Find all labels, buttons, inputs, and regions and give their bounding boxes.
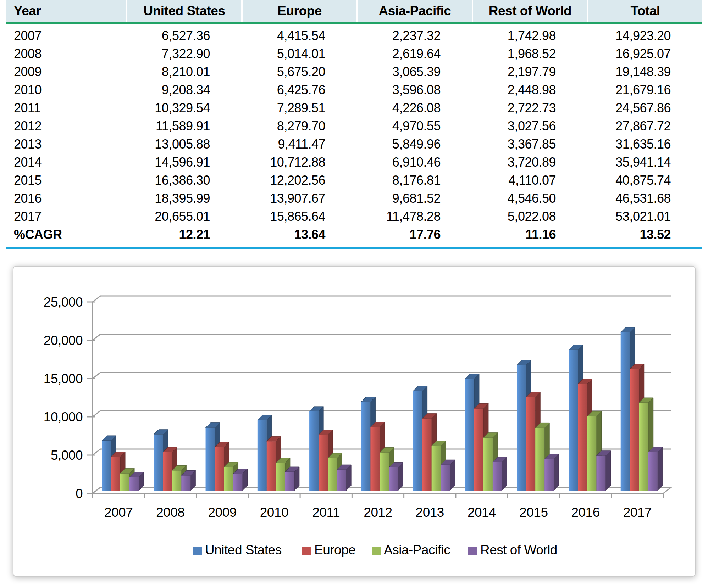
- value-cell: 14,596.91: [126, 153, 241, 171]
- bar-front: [120, 474, 129, 491]
- bar-front: [465, 379, 474, 491]
- value-cell: 13.52: [587, 225, 702, 243]
- value-cell: 6,910.46: [356, 153, 472, 171]
- gridline-connector: [93, 449, 100, 455]
- legend-swatch: [372, 547, 381, 555]
- bar-front: [370, 427, 380, 491]
- legend: United StatesEuropeAsia-PacificRest of W…: [193, 543, 557, 557]
- bar-front: [102, 441, 111, 491]
- bar-side: [554, 454, 559, 491]
- value-cell: 11,478.28: [356, 207, 472, 225]
- y-axis: 05,00010,00015,00020,00025,000: [44, 295, 95, 501]
- x-axis-label: 2015: [519, 505, 548, 520]
- bar-front: [544, 459, 554, 491]
- bar-front: [389, 467, 398, 491]
- x-axis-label: 2010: [260, 505, 288, 520]
- bar: [181, 470, 195, 491]
- value-cell: 53,021.01: [587, 207, 702, 225]
- x-axis-label: 2017: [623, 505, 652, 520]
- column-header-total: Total: [587, 0, 702, 22]
- table-row: 201516,386.3012,202.568,176.814,110.0740…: [6, 171, 702, 189]
- bar-front: [154, 435, 163, 491]
- bar: [285, 467, 299, 491]
- gridline-connector: [93, 334, 100, 340]
- value-cell: 14,923.20: [587, 27, 702, 45]
- table-row: 201414,596.9110,712.886,910.463,720.8935…: [6, 153, 702, 171]
- bar: [129, 472, 144, 491]
- y-tick-label: 20,000: [44, 333, 83, 348]
- value-cell: 4,415.54: [241, 27, 356, 45]
- bar-front: [328, 458, 337, 491]
- legend-swatch: [302, 547, 311, 555]
- gridline-connector: [93, 296, 100, 302]
- bar-front: [129, 477, 139, 491]
- value-cell: 2,722.73: [472, 99, 587, 117]
- value-cell: 12.21: [126, 225, 241, 243]
- year-cell: 2009: [6, 63, 126, 81]
- value-cell: 13,005.88: [126, 135, 241, 153]
- bar-front: [267, 441, 276, 491]
- y-tick-label: 0: [76, 486, 83, 501]
- value-cell: 13,907.67: [241, 189, 356, 207]
- bar-front: [206, 428, 215, 491]
- value-cell: 10,712.88: [241, 153, 356, 171]
- value-cell: 17.76: [356, 225, 472, 243]
- bar-front: [361, 402, 370, 491]
- bar-front: [587, 416, 596, 491]
- x-axis-label: 2014: [468, 505, 496, 520]
- value-cell: 5,014.01: [241, 45, 356, 63]
- value-cell: 31,635.16: [587, 135, 702, 153]
- bar-front: [578, 384, 587, 491]
- bar: [389, 463, 403, 491]
- column-header-rest-of-world: Rest of World: [472, 0, 587, 22]
- value-cell: 8,176.81: [356, 171, 472, 189]
- gridline-connector: [93, 411, 100, 417]
- value-cell: 16,925.07: [587, 45, 702, 63]
- y-tick-label: 25,000: [44, 295, 83, 309]
- value-cell: 3,720.89: [472, 153, 587, 171]
- value-cell: 5,675.20: [241, 63, 356, 81]
- year-cell: 2013: [6, 135, 126, 153]
- year-cell: 2017: [6, 207, 126, 225]
- value-cell: 27,867.72: [587, 117, 702, 135]
- year-cell: 2015: [6, 171, 126, 189]
- table-body: 20076,527.364,415.542,237.321,742.9814,9…: [6, 24, 702, 249]
- value-cell: 15,865.64: [241, 207, 356, 225]
- bar-front: [413, 391, 422, 491]
- bar-front: [380, 453, 389, 491]
- value-cell: 24,567.86: [587, 99, 702, 117]
- table-row: 20109,208.346,425.763,596.082,448.9821,6…: [6, 81, 702, 99]
- bar-front: [432, 446, 441, 491]
- value-cell: 3,065.39: [356, 63, 472, 81]
- value-cell: 3,367.85: [472, 135, 587, 153]
- bar-front: [630, 369, 639, 491]
- bar-front: [621, 332, 630, 491]
- table-row: 201211,589.918,279.704,970.553,027.5627,…: [6, 117, 702, 135]
- value-cell: 9,411.47: [241, 135, 356, 153]
- bar-front: [181, 475, 190, 491]
- chart-card: 05,00010,00015,00020,00025,0002007200820…: [13, 266, 696, 577]
- bar: [493, 457, 507, 491]
- year-cell: 2008: [6, 45, 126, 63]
- y-tick-label: 10,000: [44, 410, 83, 424]
- bar-side: [605, 451, 610, 491]
- x-axis-labels: 2007200820092010201120122013201420152016…: [104, 505, 652, 520]
- legend-label: Asia-Pacific: [384, 543, 450, 557]
- legend-swatch: [193, 547, 202, 555]
- table-row-cagr: %CAGR12.2113.6417.7611.1613.52: [6, 225, 702, 243]
- bar-front: [224, 467, 233, 491]
- bar: [544, 454, 559, 491]
- value-cell: 11,589.91: [126, 117, 241, 135]
- page: Year United States Europe Asia-Pacific R…: [0, 0, 708, 588]
- value-cell: 7,289.51: [241, 99, 356, 117]
- legend-label: Rest of World: [480, 543, 557, 557]
- bar-front: [215, 447, 224, 491]
- bar-front: [441, 465, 450, 491]
- bar-front: [172, 470, 181, 491]
- bar-front: [111, 457, 120, 491]
- bar-front: [639, 403, 648, 491]
- bar: [441, 460, 455, 491]
- bar: [596, 451, 610, 491]
- value-cell: 18,395.99: [126, 189, 241, 207]
- x-axis-label: 2011: [312, 505, 340, 520]
